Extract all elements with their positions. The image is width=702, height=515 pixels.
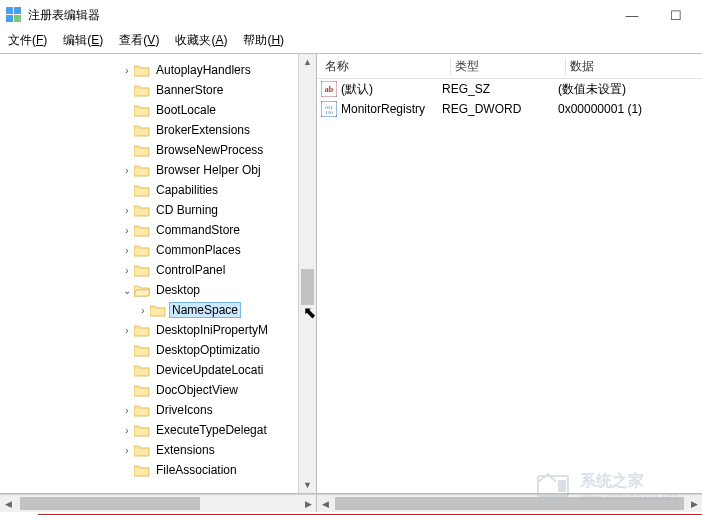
scroll-down-icon[interactable]: ▼ [303, 477, 312, 493]
folder-icon [134, 464, 150, 477]
menu-edit[interactable]: 编辑(E) [63, 32, 103, 49]
folder-icon [134, 384, 150, 397]
window-title: 注册表编辑器 [28, 7, 100, 24]
tree-item[interactable]: ›Extensions [120, 440, 298, 460]
folder-icon [134, 244, 150, 257]
folder-icon [134, 164, 150, 177]
chevron-right-icon[interactable]: › [120, 165, 134, 176]
tree-item-label: Capabilities [154, 183, 220, 197]
tree-horizontal-scrollbar[interactable]: ◀ ▶ [0, 494, 317, 512]
tree-view[interactable]: ›AutoplayHandlersBannerStoreBootLocaleBr… [0, 54, 298, 493]
menu-help[interactable]: 帮助(H) [243, 32, 284, 49]
chevron-right-icon[interactable]: › [120, 325, 134, 336]
scroll-thumb[interactable] [20, 497, 200, 510]
chevron-right-icon[interactable]: › [120, 205, 134, 216]
tree-item-label: BannerStore [154, 83, 225, 97]
tree-item-label: BrowseNewProcess [154, 143, 265, 157]
tree-item-label: FileAssociation [154, 463, 239, 477]
tree-item-label: ControlPanel [154, 263, 227, 277]
scroll-up-icon[interactable]: ▲ [303, 54, 312, 70]
tree-item[interactable]: BootLocale [120, 100, 298, 120]
app-icon [6, 7, 22, 23]
list-horizontal-scrollbar[interactable]: ◀ ▶ [317, 494, 702, 512]
tree-item[interactable]: DeviceUpdateLocati [120, 360, 298, 380]
tree-item-label: DesktopOptimizatio [154, 343, 262, 357]
tree-item[interactable]: BrowseNewProcess [120, 140, 298, 160]
tree-vertical-scrollbar[interactable]: ▲ ▼ [298, 54, 316, 493]
tree-item-label: AutoplayHandlers [154, 63, 253, 77]
tree-item[interactable]: ›Browser Helper Obj [120, 160, 298, 180]
column-header-type[interactable]: 类型 [451, 58, 566, 75]
chevron-right-icon[interactable]: › [120, 445, 134, 456]
horizontal-scrollbars: ◀ ▶ ◀ ▶ [0, 494, 702, 512]
scroll-thumb[interactable] [301, 269, 314, 305]
tree-item[interactable]: DesktopOptimizatio [120, 340, 298, 360]
folder-icon [134, 324, 150, 337]
folder-icon [134, 84, 150, 97]
tree-item[interactable]: ›DriveIcons [120, 400, 298, 420]
tree-item-label: DriveIcons [154, 403, 215, 417]
tree-item[interactable]: BannerStore [120, 80, 298, 100]
tree-item-label: DeviceUpdateLocati [154, 363, 265, 377]
tree-item[interactable]: ⌄Desktop [120, 280, 298, 300]
chevron-right-icon[interactable]: › [136, 305, 150, 316]
reg-string-icon [321, 81, 337, 97]
folder-icon [134, 204, 150, 217]
scroll-left-icon[interactable]: ◀ [0, 499, 16, 509]
tree-item[interactable]: ›CD Burning [120, 200, 298, 220]
folder-open-icon [134, 284, 150, 297]
tree-item[interactable]: ›DesktopIniPropertyM [120, 320, 298, 340]
list-row[interactable]: (默认)REG_SZ(数值未设置) [317, 79, 702, 99]
tree-item-label: ExecuteTypeDelegat [154, 423, 269, 437]
tree-item-label: BrokerExtensions [154, 123, 252, 137]
tree-item[interactable]: DocObjectView [120, 380, 298, 400]
column-header-name[interactable]: 名称 [317, 58, 451, 75]
scroll-thumb[interactable] [335, 497, 684, 510]
list-header: 名称 类型 数据 [317, 54, 702, 79]
tree-item[interactable]: ›CommandStore [120, 220, 298, 240]
list-row[interactable]: MonitorRegistryREG_DWORD0x00000001 (1) [317, 99, 702, 119]
chevron-right-icon[interactable]: › [120, 405, 134, 416]
maximize-button[interactable]: ☐ [668, 8, 684, 23]
folder-icon [134, 264, 150, 277]
menu-file[interactable]: 文件(F) [8, 32, 47, 49]
tree-item[interactable]: ›NameSpace [120, 300, 298, 320]
tree-item[interactable]: ›AutoplayHandlers [120, 60, 298, 80]
list-body[interactable]: (默认)REG_SZ(数值未设置)MonitorRegistryREG_DWOR… [317, 79, 702, 119]
tree-item[interactable]: Capabilities [120, 180, 298, 200]
tree-item-label: CommonPlaces [154, 243, 243, 257]
folder-icon [134, 184, 150, 197]
scroll-right-icon[interactable]: ▶ [686, 499, 702, 509]
tree-item-label: BootLocale [154, 103, 218, 117]
minimize-button[interactable]: — [624, 8, 640, 23]
chevron-right-icon[interactable]: › [120, 65, 134, 76]
scroll-right-icon[interactable]: ▶ [300, 499, 316, 509]
chevron-right-icon[interactable]: › [120, 225, 134, 236]
chevron-right-icon[interactable]: › [120, 425, 134, 436]
tree-item-label: NameSpace [170, 303, 240, 317]
tree-item-label: CommandStore [154, 223, 242, 237]
chevron-down-icon[interactable]: ⌄ [120, 285, 134, 296]
tree-item[interactable]: FileAssociation [120, 460, 298, 480]
column-header-data[interactable]: 数据 [566, 58, 702, 75]
tree-item-label: DesktopIniPropertyM [154, 323, 270, 337]
menu-view[interactable]: 查看(V) [119, 32, 159, 49]
chevron-right-icon[interactable]: › [120, 265, 134, 276]
tree-pane: ›AutoplayHandlersBannerStoreBootLocaleBr… [0, 54, 317, 493]
menu-favorites[interactable]: 收藏夹(A) [175, 32, 227, 49]
scroll-left-icon[interactable]: ◀ [317, 499, 333, 509]
tree-item[interactable]: ›CommonPlaces [120, 240, 298, 260]
value-data: 0x00000001 (1) [554, 102, 702, 116]
value-type: REG_DWORD [438, 102, 554, 116]
tree-item-label: CD Burning [154, 203, 220, 217]
tree-item[interactable]: ›ExecuteTypeDelegat [120, 420, 298, 440]
tree-item-label: Desktop [154, 283, 202, 297]
tree-item[interactable]: BrokerExtensions [120, 120, 298, 140]
list-pane: 名称 类型 数据 (默认)REG_SZ(数值未设置)MonitorRegistr… [317, 54, 702, 493]
value-name: MonitorRegistry [341, 102, 425, 116]
tree-item[interactable]: ›ControlPanel [120, 260, 298, 280]
folder-icon [134, 64, 150, 77]
chevron-right-icon[interactable]: › [120, 245, 134, 256]
folder-icon [134, 104, 150, 117]
titlebar: 注册表编辑器 — ☐ [0, 0, 702, 30]
